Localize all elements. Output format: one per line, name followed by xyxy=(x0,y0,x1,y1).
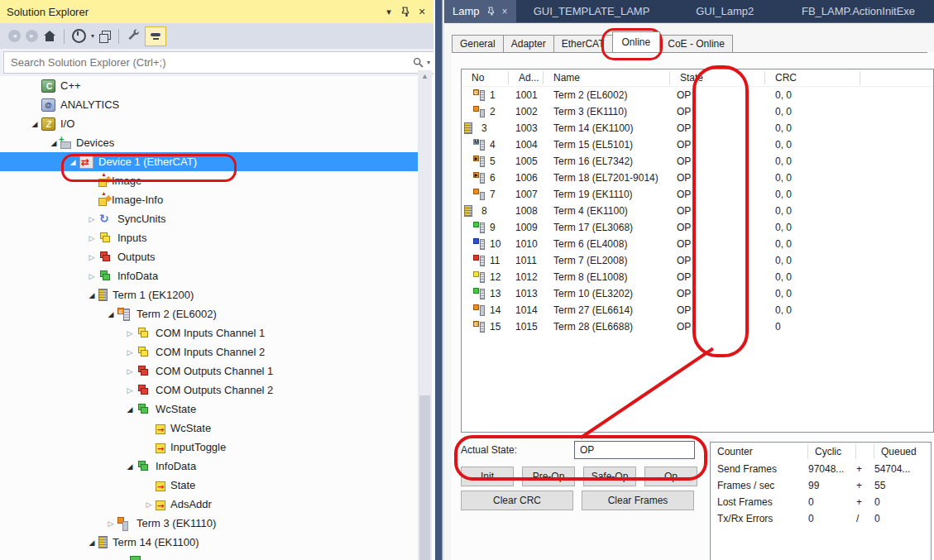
history-icon[interactable] xyxy=(72,29,86,43)
solution-explorer-toolbar: ◂ ▸ ▾ xyxy=(0,23,433,49)
table-row[interactable]: 11 1011 Term 7 (EL2008) OP 0, 0 xyxy=(462,252,933,269)
tree-expander[interactable]: ▷ xyxy=(123,329,137,337)
tree-expander[interactable]: ▷ xyxy=(142,500,156,509)
back-icon[interactable]: ◂ xyxy=(8,30,21,42)
close-icon[interactable]: × xyxy=(414,3,430,20)
table-row[interactable]: 4 1004 Term 15 (EL5101) OP 0, 0 xyxy=(462,136,933,153)
device-subtab[interactable]: Online xyxy=(612,31,661,52)
tree-item[interactable]: ◢ WcState xyxy=(0,400,418,419)
tree-expander[interactable]: ▷ xyxy=(85,272,98,280)
table-row[interactable]: 10 1010 Term 6 (EL4008) OP 0, 0 xyxy=(462,236,933,252)
tree-expander[interactable]: ◢ xyxy=(66,158,79,166)
tree-scrollbar[interactable]: ▲ xyxy=(418,70,432,560)
tree-item[interactable]: ▷ Outputs xyxy=(0,247,418,266)
pre-op-button[interactable]: Pre-Op xyxy=(522,467,575,486)
tree-expander[interactable]: ◢ xyxy=(28,120,41,128)
table-row[interactable]: 14 1014 Term 27 (EL6614) OP 0, 0 xyxy=(462,302,933,318)
tree-expander[interactable]: ◢ xyxy=(123,462,137,471)
tree-item[interactable]: ANALYTICS xyxy=(0,95,418,114)
device-subtab[interactable]: EtherCAT xyxy=(553,35,613,52)
table-row[interactable]: 6 1006 Term 18 (EL7201-9014) OP 0, 0 xyxy=(462,170,933,186)
window-position-dropdown-icon[interactable]: ▾ xyxy=(381,3,397,20)
tree-item[interactable]: ◢ Term 1 (EK1200) xyxy=(0,285,418,304)
actual-state-field[interactable]: OP xyxy=(574,441,695,459)
scrollbar-up-icon[interactable]: ▲ xyxy=(418,72,432,80)
tree-item[interactable]: ◢ InfoData xyxy=(0,457,418,476)
device-subtab[interactable]: CoE - Online xyxy=(659,35,733,52)
tree-item[interactable]: ▷ Term 3 (EK1110) xyxy=(0,514,418,533)
tree-expander[interactable]: ▷ xyxy=(85,253,98,261)
preview-selected-toggle-icon[interactable] xyxy=(145,26,166,46)
table-row[interactable]: 3 1003 Term 14 (EK1100) OP 0, 0 xyxy=(462,120,933,136)
tree-expander[interactable]: ▷ xyxy=(85,234,98,242)
tree-item[interactable]: WcState xyxy=(0,419,418,438)
document-tab[interactable]: Lamp × xyxy=(444,0,516,22)
table-row[interactable]: 9 1009 Term 17 (EL3068) OP 0, 0 xyxy=(462,219,933,236)
tree-expander[interactable]: ◢ xyxy=(123,405,137,414)
tree-item[interactable]: ▷ COM Inputs Channel 2 xyxy=(0,342,418,361)
tree-expander[interactable]: ▷ xyxy=(85,215,98,223)
properties-wrench-icon[interactable] xyxy=(127,28,140,45)
tree-item[interactable]: ◢ Term 14 (EK1100) xyxy=(0,533,418,552)
tree-item[interactable]: Image xyxy=(0,171,418,190)
tree-expander[interactable]: ▷ xyxy=(123,367,137,376)
col-addr[interactable]: Ad... xyxy=(509,71,544,84)
table-row[interactable]: 8 1008 Term 4 (EK1100) OP 0, 0 xyxy=(462,203,933,219)
document-tab[interactable]: FB_LAMP.ActionInitExe xyxy=(783,0,934,22)
tree-item[interactable]: ◢ Device 1 (EtherCAT) xyxy=(0,152,418,171)
tree-item[interactable]: InputToggle xyxy=(0,438,418,457)
tree-item-label: State xyxy=(170,479,195,491)
tree-item[interactable]: ▷ COM Outputs Channel 2 xyxy=(0,381,418,400)
tree-expander[interactable]: ◢ xyxy=(85,538,98,547)
tree-item[interactable]: ▷ Inputs xyxy=(0,228,418,247)
col-no[interactable]: No xyxy=(462,71,509,84)
tree-item[interactable]: ◢ I/O xyxy=(0,114,418,133)
search-icon[interactable]: ▾ xyxy=(413,57,430,68)
collapse-all-icon[interactable] xyxy=(99,31,111,42)
tree-item[interactable]: ▷ AdsAddr xyxy=(0,495,418,514)
dropdown-icon[interactable]: ▾ xyxy=(91,32,94,40)
tree-item[interactable]: ▷ COM Outputs Channel 1 xyxy=(0,361,418,381)
tree-item[interactable]: Image-Info xyxy=(0,190,418,209)
safe-op-button[interactable]: Safe-Op xyxy=(583,467,636,486)
init-button[interactable]: Init xyxy=(461,467,514,486)
clear-crc-button[interactable]: Clear CRC xyxy=(461,491,573,510)
tree-expander[interactable]: ▷ xyxy=(104,519,117,528)
tree-item[interactable]: ▷ InfoData xyxy=(0,266,418,285)
tree-expander[interactable]: ◢ xyxy=(104,310,117,318)
table-row[interactable]: 2 1002 Term 3 (EK1110) OP 0, 0 xyxy=(462,103,933,120)
tree-item[interactable]: ◢ Devices xyxy=(0,133,418,152)
device-subtab[interactable]: Adapter xyxy=(503,35,554,52)
col-crc[interactable]: CRC xyxy=(765,71,860,84)
home-icon[interactable] xyxy=(43,31,56,42)
forward-icon[interactable]: ▸ xyxy=(26,30,38,42)
tree-item[interactable]: C++ xyxy=(0,76,418,95)
tree-item[interactable]: ◢ Term 2 (EL6002) xyxy=(0,304,418,323)
tree-item-label: Term 1 (EK1200) xyxy=(113,289,194,301)
device-subtab[interactable]: General xyxy=(452,35,504,52)
panel-separator[interactable] xyxy=(433,0,444,560)
op-button[interactable]: Op xyxy=(644,467,697,486)
search-input[interactable] xyxy=(3,51,451,74)
table-row[interactable]: 12 1012 Term 8 (EL1008) OP 0, 0 xyxy=(462,269,933,285)
col-state[interactable]: State xyxy=(670,71,765,84)
tree-expander[interactable]: ▷ xyxy=(123,386,137,395)
table-row[interactable]: 1 1001 Term 2 (EL6002) OP 0, 0 xyxy=(462,87,933,103)
scrollbar-thumb[interactable] xyxy=(419,395,430,560)
table-row[interactable]: 7 1007 Term 19 (EK1110) OP 0, 0 xyxy=(462,186,933,203)
col-name[interactable]: Name xyxy=(544,71,670,84)
document-tab[interactable]: GUI_Lamp2 xyxy=(667,0,783,22)
close-icon[interactable]: × xyxy=(502,6,508,17)
table-row[interactable]: 13 1013 Term 10 (EL3202) OP 0, 0 xyxy=(462,285,933,302)
clear-frames-button[interactable]: Clear Frames xyxy=(582,491,694,510)
cell-addr: 1001 xyxy=(509,89,544,101)
tree-item[interactable]: ▷ SyncUnits xyxy=(0,209,418,228)
tree-expander[interactable]: ◢ xyxy=(85,291,98,299)
tree-item[interactable]: State xyxy=(0,476,418,495)
tree-item[interactable]: ▷ COM Inputs Channel 1 xyxy=(0,323,418,342)
table-row[interactable]: 5 1005 Term 16 (EL7342) OP 0, 0 xyxy=(462,153,933,170)
table-row[interactable]: 15 1015 Term 28 (EL6688) OP 0 xyxy=(462,318,933,335)
tree-expander[interactable]: ▷ xyxy=(123,348,137,357)
pin-icon[interactable] xyxy=(397,3,414,20)
document-tab[interactable]: GUI_TEMPLATE_LAMP xyxy=(516,0,668,22)
